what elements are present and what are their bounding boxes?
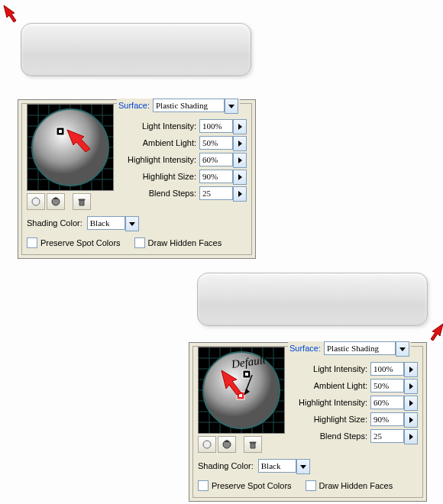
- preserve-spot-checkbox[interactable]: Preserve Spot Colors: [27, 237, 121, 248]
- stepper-icon[interactable]: [233, 170, 247, 185]
- stepper-icon[interactable]: [233, 186, 247, 202]
- move-light-back-button[interactable]: [47, 193, 65, 210]
- blend-steps-input[interactable]: [199, 186, 247, 200]
- highlight-intensity-input[interactable]: [199, 153, 247, 166]
- highlight-intensity-label: Highlight Intensity:: [299, 398, 367, 407]
- stepper-icon[interactable]: [404, 362, 418, 377]
- shading-color-dropdown[interactable]: [258, 459, 310, 473]
- highlight-size-input[interactable]: [370, 412, 418, 426]
- stepper-icon[interactable]: [233, 119, 247, 134]
- delete-light-button[interactable]: [73, 193, 91, 210]
- draw-hidden-checkbox[interactable]: Draw Hidden Faces: [306, 480, 393, 491]
- ambient-light-label: Ambient Light:: [314, 381, 367, 390]
- stepper-icon[interactable]: [404, 379, 418, 394]
- shading-color-label: Shading Color:: [198, 461, 254, 470]
- move-light-back-button[interactable]: [218, 436, 236, 453]
- highlight-size-input[interactable]: [199, 170, 247, 183]
- shading-color-label: Shading Color:: [27, 218, 82, 228]
- light-intensity-label: Light Intensity:: [313, 364, 367, 373]
- shading-params: Light Intensity: Ambient Light: Highligh…: [120, 118, 247, 202]
- svg-point-38: [203, 441, 211, 448]
- draw-hidden-checkbox[interactable]: Draw Hidden Faces: [134, 237, 222, 248]
- shading-panel-1: Surface: Light Intensity: Ambient Light:…: [18, 99, 256, 259]
- svg-point-17: [32, 198, 40, 205]
- svg-point-14: [32, 109, 108, 186]
- light-intensity-label: Light Intensity:: [142, 121, 196, 131]
- blend-steps-label: Blend Steps:: [320, 431, 367, 441]
- light-preview-sphere[interactable]: [27, 104, 114, 191]
- highlight-size-label: Highlight Size:: [314, 415, 367, 424]
- chevron-down-icon[interactable]: [125, 216, 139, 231]
- stepper-icon[interactable]: [404, 396, 418, 411]
- ambient-light-input[interactable]: [199, 136, 247, 150]
- svg-rect-35: [245, 373, 248, 376]
- ambient-light-input[interactable]: [370, 379, 418, 393]
- preserve-spot-checkbox[interactable]: Preserve Spot Colors: [198, 480, 292, 491]
- svg-point-33: [203, 352, 280, 428]
- new-light-button[interactable]: [27, 193, 45, 210]
- new-light-button[interactable]: [198, 436, 216, 453]
- surface-label: Surface:: [289, 344, 321, 353]
- light-intensity-input[interactable]: [370, 362, 418, 376]
- light-intensity-input[interactable]: [199, 119, 247, 133]
- callout-arrow-icon: [425, 321, 443, 344]
- ambient-light-label: Ambient Light:: [143, 138, 196, 147]
- delete-light-button[interactable]: [244, 436, 262, 453]
- svg-rect-37: [239, 394, 242, 397]
- sample-button-1: [21, 23, 251, 76]
- highlight-intensity-input[interactable]: [370, 396, 418, 409]
- chevron-down-icon[interactable]: [225, 99, 238, 114]
- chevron-down-icon[interactable]: [396, 341, 409, 357]
- stepper-icon[interactable]: [233, 153, 247, 168]
- stepper-icon[interactable]: [233, 136, 247, 151]
- sample-button-2: [197, 273, 428, 326]
- surface-dropdown[interactable]: [324, 341, 409, 355]
- surface-dropdown[interactable]: [153, 99, 238, 112]
- highlight-intensity-label: Highlight Intensity:: [128, 155, 196, 164]
- blend-steps-label: Blend Steps:: [149, 189, 196, 198]
- stepper-icon[interactable]: [404, 412, 418, 428]
- surface-dropdown-input[interactable]: [324, 341, 396, 355]
- shading-panel-2: Surface: Light Intensity: Ambient Light:…: [189, 342, 427, 502]
- chevron-down-icon[interactable]: [296, 459, 310, 474]
- svg-rect-16: [59, 130, 62, 133]
- surface-label: Surface:: [118, 101, 150, 110]
- blend-steps-input[interactable]: [370, 429, 418, 443]
- callout-arrow-icon: [1, 2, 22, 25]
- stepper-icon[interactable]: [404, 429, 418, 444]
- highlight-size-label: Highlight Size:: [143, 172, 196, 181]
- shading-color-dropdown[interactable]: [87, 216, 139, 230]
- surface-dropdown-input[interactable]: [153, 99, 225, 112]
- shading-params: Light Intensity: Ambient Light: Highligh…: [291, 360, 418, 444]
- light-preview-sphere[interactable]: [198, 347, 285, 434]
